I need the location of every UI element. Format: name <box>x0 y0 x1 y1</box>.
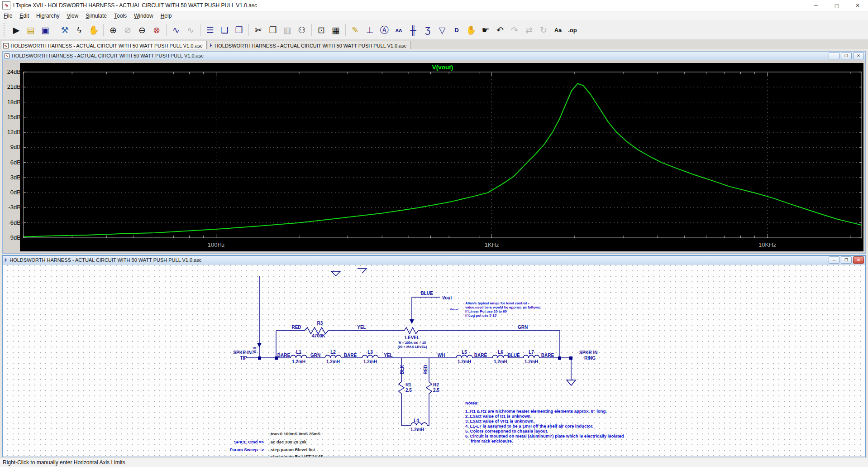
run-icon[interactable]: ▶ <box>10 23 23 37</box>
waveform-window-title-bar[interactable]: ∿ HOLDSWORTH HARNESS - ACTUAL CIRCUIT WI… <box>3 52 865 60</box>
vout-label: Vout <box>442 295 452 300</box>
tile-horizontal-icon[interactable]: ☰ <box>204 23 216 37</box>
notes-item-2: 2. Exact value of R1 is unknown. <box>465 414 532 419</box>
menu-item-window[interactable]: Window <box>130 12 157 20</box>
spice-directive-icon[interactable]: .op <box>566 23 579 37</box>
menu-item-tools[interactable]: Tools <box>110 12 130 20</box>
tab-schematic[interactable]: ⊦ HOLDSWORTH HARNESS - ACTUAL CIRCUIT WI… <box>208 41 411 50</box>
schematic-close-button[interactable]: ✕ <box>853 256 864 264</box>
move-icon[interactable]: ✋ <box>465 23 477 37</box>
zoom-back-icon[interactable]: ⊘ <box>121 23 134 37</box>
control-panel-icon[interactable]: ⚒ <box>58 23 71 37</box>
pot-detail-1: R = 250k val = 15 <box>399 341 426 345</box>
l6-name: L6 <box>498 350 503 355</box>
capacitor-icon[interactable]: ╫ <box>407 23 420 37</box>
plot-settings-icon[interactable]: ∿ <box>184 23 197 37</box>
notes-item-4: 4. L1-L7 is assumed to be a 1mH off the … <box>465 424 593 428</box>
app-title-bar: ∿ LTspice XVII - HOLDSWORTH HARNESS - AC… <box>0 0 868 11</box>
x-axis-label: 1KHz <box>485 241 499 248</box>
menu-item-file[interactable]: File <box>0 12 16 20</box>
cascade-windows-icon[interactable]: ❏ <box>218 23 231 37</box>
ground-icon[interactable]: ⊥ <box>363 23 376 37</box>
inductor-L2-symbol <box>325 355 341 358</box>
mirror-icon[interactable]: ⇄ <box>523 23 535 37</box>
open-icon[interactable]: ▤ <box>24 23 37 37</box>
resistor-icon[interactable]: ʌʌ <box>392 23 405 37</box>
toolbar-separator <box>166 24 167 36</box>
print-icon[interactable]: ▦ <box>329 23 342 37</box>
app-minimize-button[interactable]: ─ <box>806 0 826 11</box>
schematic-window-title-bar[interactable]: ⊦ HOLDSWORTH HARNESS - ACTUAL CIRCUIT WI… <box>3 256 865 265</box>
menu-item-hierarchy[interactable]: Hierarchy <box>33 12 63 20</box>
redo-icon[interactable]: ↷ <box>508 23 521 37</box>
spkr-in-right-label: SPKR IN <box>579 350 598 355</box>
toolbar: ▶▤▣⚒ϟ✋⊕⊘⊖⊗∿∿☰❏❐✂❒▥⚇⊡▦✎⊥Ⓐʌʌ╫Ʒ▽D✋☛↶↷⇄↻Aa.o… <box>0 20 868 40</box>
notes-heading: Notes: <box>465 400 479 405</box>
ground-symbol-top-1 <box>331 271 340 276</box>
wire-color-red2-label: RED <box>423 365 428 374</box>
component-icon[interactable]: D <box>450 23 463 37</box>
r2-value: 2.5 <box>433 388 439 393</box>
cut-icon[interactable]: ✂ <box>252 23 265 37</box>
junction-node <box>258 356 261 360</box>
waveform-minimize-button[interactable]: ─ <box>829 52 839 59</box>
waveform-plot-area[interactable]: 24dB21dB18dB15dB12dB9dB6dB3dB0dB-3dB-6dB… <box>3 60 865 253</box>
waveform-plot-svg[interactable]: 100Hz1KHz10KHzV(vout) <box>3 60 865 253</box>
halt-icon[interactable]: ϟ <box>73 23 86 37</box>
menu-item-help[interactable]: Help <box>157 12 176 20</box>
zoom-extents-icon[interactable]: ⊗ <box>150 23 163 37</box>
zoom-out-icon[interactable]: ⊖ <box>136 23 148 37</box>
inductor-L3-symbol <box>362 355 378 358</box>
waveform-tab-icon: ∿ <box>3 43 9 48</box>
l5-name: L5 <box>462 350 467 355</box>
menu-bar: FileEditHierarchyViewSimulateToolsWindow… <box>0 11 868 20</box>
l4-name: L4 <box>414 418 419 423</box>
menu-item-edit[interactable]: Edit <box>16 12 33 20</box>
annotation-line-2: value used here would be approx. as foll… <box>465 305 541 309</box>
notes-item-6: 6. Circuit is mounted on metal (aluminum… <box>465 433 624 438</box>
l1-value: 1.2mH <box>292 359 305 364</box>
ground-symbol-right <box>567 380 576 385</box>
paste-icon[interactable]: ▥ <box>281 23 294 37</box>
waveform-window: ∿ HOLDSWORTH HARNESS - ACTUAL CIRCUIT WI… <box>2 51 866 254</box>
inductor-icon[interactable]: Ʒ <box>421 23 434 37</box>
inductor-L1-symbol <box>291 355 307 358</box>
copy-icon[interactable]: ❒ <box>267 23 279 37</box>
undo-icon[interactable]: ↶ <box>494 23 506 37</box>
waveform-window-icon: ∿ <box>5 53 10 58</box>
spkr-in-left-label: SPKR IN <box>233 350 252 355</box>
spice-step-directive: ;step param Rlevel list <box>269 447 315 452</box>
drag-icon[interactable]: ☛ <box>479 23 492 37</box>
schematic-restore-button[interactable]: ❐ <box>841 256 852 264</box>
wire-color-blue2-label: BLUE <box>507 353 520 358</box>
annotation-line-1: Allan's typical range for level control … <box>465 301 529 305</box>
save-icon[interactable]: ▣ <box>39 23 52 37</box>
wire-color-yel2-label: YEL <box>384 353 392 358</box>
rotate-icon[interactable]: ↻ <box>537 23 550 37</box>
text-icon[interactable]: Aa <box>552 23 564 37</box>
tab-waveform[interactable]: ∿ HOLDSWORTH HARNESS - ACTUAL CIRCUIT WI… <box>1 41 207 50</box>
menu-item-view[interactable]: View <box>63 12 82 20</box>
wire-icon[interactable]: ✎ <box>349 23 362 37</box>
wire-color-yel-label: YEL <box>357 325 366 330</box>
diode-icon[interactable]: ▽ <box>436 23 448 37</box>
app-close-button[interactable]: ✕ <box>847 0 868 11</box>
app-maximize-button[interactable]: ▢ <box>826 0 847 11</box>
tile-vertical-icon[interactable]: ❐ <box>233 23 245 37</box>
zoom-in-icon[interactable]: ⊕ <box>107 23 119 37</box>
junction-node <box>558 356 561 360</box>
toolbar-separator <box>311 24 312 36</box>
schematic-minimize-button[interactable]: ─ <box>829 256 839 264</box>
waveform-restore-button[interactable]: ❐ <box>841 52 852 59</box>
schematic-canvas[interactable]: SPKR IN TIP SPKR IN RING Vin Vout RED YE… <box>3 265 865 457</box>
wire-color-red-label: RED <box>291 325 301 330</box>
waveform-close-button[interactable]: ✕ <box>853 52 864 59</box>
find-icon[interactable]: ⚇ <box>296 23 308 37</box>
menu-item-simulate[interactable]: Simulate <box>82 12 110 20</box>
print-preview-icon[interactable]: ⊡ <box>315 23 328 37</box>
net-label-icon[interactable]: Ⓐ <box>378 23 391 37</box>
spice-step2-directive: ;step param Rx LIST 24 48 <box>269 454 323 457</box>
pan-icon[interactable]: ✋ <box>87 23 100 37</box>
wire-color-bare4-label: BARE <box>541 353 554 358</box>
autorange-icon[interactable]: ∿ <box>170 23 182 37</box>
